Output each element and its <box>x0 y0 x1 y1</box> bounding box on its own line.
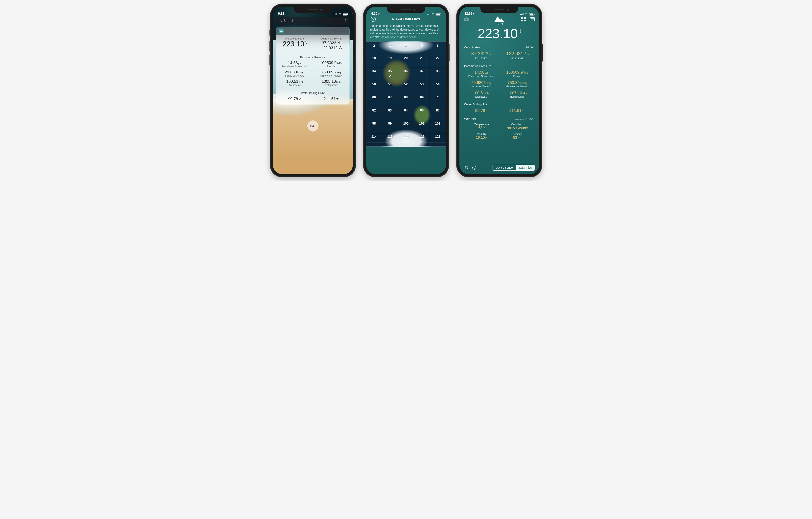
refresh-icon[interactable] <box>464 165 469 170</box>
weather-attribution: Powered by YAHOO! <box>515 118 534 121</box>
cellular-signal-icon <box>427 13 430 15</box>
coordinate-label: Coordinate ±9.84ft <box>315 37 347 40</box>
region-tile-115[interactable]: 115 <box>382 133 398 142</box>
phone-widget-screen: 9:32 Search MY ALTITUDE Show Less <box>270 4 355 177</box>
region-tile-19[interactable]: 19 <box>382 55 398 68</box>
svg-point-0 <box>279 19 281 21</box>
region-tile-37[interactable]: 37 <box>414 68 430 81</box>
app-icon <box>279 29 284 33</box>
pressure-grid: 14.58psiPounds per Square Inch 100509.94… <box>464 70 534 98</box>
altitude-value: 223.10ft <box>279 40 311 48</box>
close-button[interactable]: ✕ <box>371 17 376 22</box>
page-title: NOAA Data Files <box>392 17 420 21</box>
location-icon: ➤ <box>473 12 475 15</box>
coordinates-values: 37.3323N 37° 19' 56" 122.0312W -122° 1' … <box>464 51 534 60</box>
region-tile-2[interactable]: 2 <box>366 42 382 50</box>
grid-view-icon[interactable] <box>521 17 526 22</box>
pressure-grid: 14.58psiPounds per Square Inch 100509.94… <box>277 60 349 86</box>
region-tile-67[interactable]: 67 <box>382 94 398 107</box>
region-tile-98[interactable]: 98 <box>366 120 382 133</box>
coordinate-value: 37.3323 N -122.0312 W <box>315 40 347 50</box>
region-tile-51[interactable]: 51 <box>382 81 398 94</box>
segment-data-files[interactable]: Data Files <box>516 165 534 170</box>
region-tile-5[interactable]: 5 <box>414 42 430 50</box>
region-tile-117[interactable]: 117 <box>414 133 430 142</box>
region-tile-21[interactable]: 21 <box>414 55 430 68</box>
region-tile-68[interactable]: 68 <box>398 94 414 107</box>
region-tile-70[interactable]: 70 <box>430 94 446 107</box>
coordinates-tolerance: ±16.40ft <box>524 46 534 49</box>
edit-widgets-button[interactable]: Edit <box>307 120 318 132</box>
wifi-icon <box>525 13 528 16</box>
region-tile-4[interactable]: 4 <box>398 42 414 50</box>
region-tile-18[interactable]: 18 <box>366 55 382 68</box>
region-tile-84[interactable]: 84 <box>398 107 414 120</box>
battery-icon <box>343 13 348 16</box>
widget-title: MY ALTITUDE <box>285 30 303 32</box>
phone-noaa-screen: 9:30➤ ✕ NOAA Data Files Tap on a region … <box>364 4 449 177</box>
wifi-icon <box>432 13 435 16</box>
pressure-title: Barometric Pressure <box>464 64 534 67</box>
altitude-widget[interactable]: MY ALTITUDE Show Less Altitude ±16.40ft … <box>276 27 350 105</box>
boiling-celsius: 99.78°C <box>279 97 311 101</box>
region-tile-85[interactable]: 85 <box>414 107 430 120</box>
show-less-button[interactable]: Show Less <box>332 29 346 33</box>
cellular-signal-icon <box>520 13 523 15</box>
region-tile-3[interactable]: 3 <box>382 42 398 50</box>
weather-grid: Temperature63°F ConditionPartly Cloudy V… <box>464 123 534 140</box>
boiling-title: Water Boiling Point <box>464 103 534 106</box>
microphone-icon[interactable] <box>345 19 347 23</box>
checkmark-icon: ✔ <box>388 74 392 79</box>
segment-device-sensor[interactable]: Device Sensor <box>493 165 516 170</box>
instructions-text: Tap on a region to download the NOAA dat… <box>366 22 446 42</box>
camera-icon[interactable] <box>464 17 469 22</box>
svg-rect-2 <box>345 19 346 21</box>
region-tile-116[interactable]: 116 <box>398 133 414 142</box>
weather-label: Weather <box>464 117 476 121</box>
region-tile-50[interactable]: 50 <box>366 81 382 94</box>
region-tile-66[interactable]: 66 <box>366 94 382 107</box>
region-tile-82[interactable]: 82 <box>366 107 382 120</box>
battery-icon <box>436 13 441 16</box>
region-tile-35[interactable]: 35✔ <box>382 68 398 81</box>
region-tile-99[interactable]: 99 <box>382 120 398 133</box>
pressure-title: Barometric Pressure <box>277 56 349 59</box>
region-tile-6[interactable]: 6 <box>430 42 446 50</box>
spotlight-search[interactable]: Search <box>276 17 350 25</box>
region-tile-102[interactable]: 102 <box>430 120 446 133</box>
region-tile-54[interactable]: 54 <box>430 81 446 94</box>
altitude-label: Altitude ±16.40ft <box>279 37 311 40</box>
altitude-value: 223.10ft <box>464 26 534 41</box>
region-tile-100[interactable]: 100 <box>398 120 414 133</box>
cellular-signal-icon <box>334 13 337 15</box>
svg-point-5 <box>465 19 467 21</box>
search-placeholder: Search <box>284 19 343 23</box>
battery-icon <box>529 13 534 16</box>
location-icon: ➤ <box>378 12 380 15</box>
region-tile-38[interactable]: 38 <box>430 68 446 81</box>
coordinates-label: Coordinates <box>464 46 480 49</box>
region-tile-53[interactable]: 53 <box>414 81 430 94</box>
region-tile-52[interactable]: 52 <box>398 81 414 94</box>
region-tile-83[interactable]: 83 <box>382 107 398 120</box>
region-tile-101[interactable]: 101 <box>414 120 430 133</box>
region-tile-114[interactable]: 114 <box>366 133 382 142</box>
list-view-icon[interactable] <box>530 17 535 22</box>
region-tile-34[interactable]: 34 <box>366 68 382 81</box>
source-segmented-control[interactable]: Device Sensor Data Files <box>493 165 534 171</box>
globe-icon[interactable] <box>472 165 477 170</box>
svg-line-1 <box>281 21 282 22</box>
search-icon <box>279 19 282 23</box>
region-map: 23456 1819202122 3435✔363738 5051525354 … <box>366 42 446 146</box>
phone-main-app-screen: 12:35➤ ±9.84ft <box>457 4 542 177</box>
boiling-fahrenheit: 211.61°F <box>315 97 347 101</box>
boiling-title: Water Boiling Point <box>277 91 349 94</box>
region-tile-86[interactable]: 86 <box>430 107 446 120</box>
region-tile-118[interactable]: 118 <box>430 133 446 142</box>
region-tile-69[interactable]: 69 <box>414 94 430 107</box>
region-tile-20[interactable]: 20 <box>398 55 414 68</box>
boiling-values: 99.78°C 211.61°F <box>464 108 534 113</box>
region-tile-22[interactable]: 22 <box>430 55 446 68</box>
wifi-icon <box>338 13 342 16</box>
region-tile-36[interactable]: 36 <box>398 68 414 81</box>
